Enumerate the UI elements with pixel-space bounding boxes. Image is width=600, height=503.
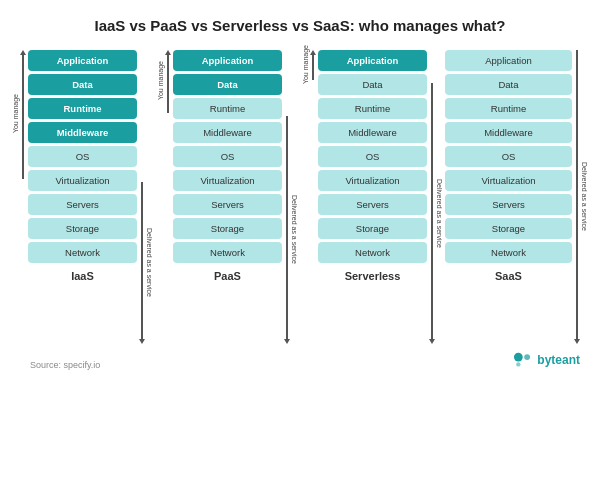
column-serverless: ApplicationDataRuntimeMiddlewareOSVirtua…: [318, 50, 427, 344]
cell-serverless-4: OS: [318, 146, 427, 167]
column-paas: ApplicationDataRuntimeMiddlewareOSVirtua…: [173, 50, 282, 344]
source-text: Source: specify.io: [20, 360, 100, 370]
brand-logo: byteant: [511, 351, 580, 369]
cell-saas-8: Network: [445, 242, 572, 263]
delivered-label: Delivered as a service: [291, 195, 298, 264]
column-wrapper-paas: You manageApplicationDataRuntimeMiddlewa…: [155, 50, 300, 344]
cell-iaas-1: Data: [28, 74, 137, 95]
cell-saas-7: Storage: [445, 218, 572, 239]
cell-saas-0: Application: [445, 50, 572, 71]
column-wrapper-iaas: You manageApplicationDataRuntimeMiddlewa…: [10, 50, 155, 344]
cell-saas-2: Runtime: [445, 98, 572, 119]
brand-name: byteant: [537, 353, 580, 367]
cell-serverless-0: Application: [318, 50, 427, 71]
you-manage-label: You manage: [12, 94, 19, 133]
cell-paas-7: Storage: [173, 218, 282, 239]
delivered-label: Delivered as a service: [146, 228, 153, 297]
comparison-grid: You manageApplicationDataRuntimeMiddlewa…: [10, 50, 590, 344]
right-bracket-iaas: Delivered as a service: [137, 50, 155, 344]
left-bracket-serverless: You manage: [300, 50, 318, 344]
cell-iaas-0: Application: [28, 50, 137, 71]
right-bracket-serverless: Delivered as a service: [427, 50, 445, 344]
left-bracket-paas: You manage: [155, 50, 173, 344]
right-bracket-saas: Delivered as a service: [572, 50, 590, 344]
cell-iaas-3: Middleware: [28, 122, 137, 143]
svg-point-1: [525, 354, 531, 360]
cell-saas-5: Virtualization: [445, 170, 572, 191]
col-label-saas: SaaS: [495, 270, 522, 282]
page-title: IaaS vs PaaS vs Serverless vs SaaS: who …: [94, 16, 505, 36]
column-iaas: ApplicationDataRuntimeMiddlewareOSVirtua…: [28, 50, 137, 344]
cell-saas-3: Middleware: [445, 122, 572, 143]
cell-serverless-7: Storage: [318, 218, 427, 239]
cell-saas-1: Data: [445, 74, 572, 95]
cell-iaas-6: Servers: [28, 194, 137, 215]
cell-paas-1: Data: [173, 74, 282, 95]
cell-paas-4: OS: [173, 146, 282, 167]
right-bracket-paas: Delivered as a service: [282, 50, 300, 344]
col-label-iaas: IaaS: [71, 270, 94, 282]
cell-paas-0: Application: [173, 50, 282, 71]
col-label-serverless: Serverless: [345, 270, 401, 282]
column-saas: ApplicationDataRuntimeMiddlewareOSVirtua…: [445, 50, 572, 344]
cell-iaas-2: Runtime: [28, 98, 137, 119]
cell-paas-6: Servers: [173, 194, 282, 215]
svg-point-0: [514, 352, 523, 361]
you-manage-label: You manage: [302, 45, 309, 84]
left-bracket-iaas: You manage: [10, 50, 28, 344]
column-wrapper-saas: ApplicationDataRuntimeMiddlewareOSVirtua…: [445, 50, 590, 344]
delivered-label: Delivered as a service: [581, 162, 588, 231]
cell-paas-2: Runtime: [173, 98, 282, 119]
cell-serverless-6: Servers: [318, 194, 427, 215]
cell-serverless-3: Middleware: [318, 122, 427, 143]
cell-paas-5: Virtualization: [173, 170, 282, 191]
cell-paas-8: Network: [173, 242, 282, 263]
cell-iaas-4: OS: [28, 146, 137, 167]
delivered-label: Delivered as a service: [436, 179, 443, 248]
cell-serverless-5: Virtualization: [318, 170, 427, 191]
cell-paas-3: Middleware: [173, 122, 282, 143]
cell-iaas-8: Network: [28, 242, 137, 263]
col-label-paas: PaaS: [214, 270, 241, 282]
cell-saas-4: OS: [445, 146, 572, 167]
column-wrapper-serverless: You manageApplicationDataRuntimeMiddlewa…: [300, 50, 445, 344]
cell-serverless-2: Runtime: [318, 98, 427, 119]
cell-iaas-5: Virtualization: [28, 170, 137, 191]
cell-iaas-7: Storage: [28, 218, 137, 239]
cell-saas-6: Servers: [445, 194, 572, 215]
footer: Source: specify.io byteant: [10, 350, 590, 370]
svg-point-2: [516, 362, 520, 366]
cell-serverless-8: Network: [318, 242, 427, 263]
cell-serverless-1: Data: [318, 74, 427, 95]
you-manage-label: You manage: [157, 61, 164, 100]
